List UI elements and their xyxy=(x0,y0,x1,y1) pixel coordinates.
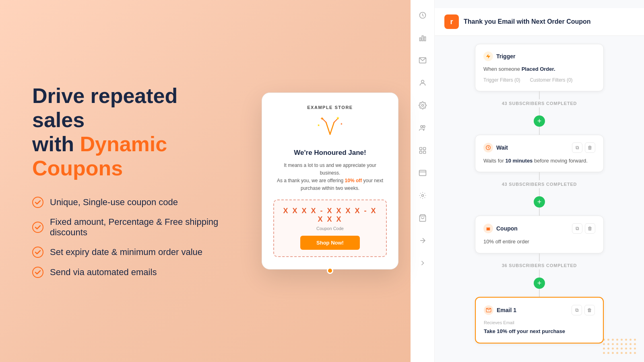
copy-email-button[interactable]: ⧉ xyxy=(572,305,582,315)
feature-text-2: Fixed amount, Percentage & Free shipping… xyxy=(50,217,225,238)
wait-node: Wait ⧉ 🗑 Waits for 10 minutes before mov… xyxy=(475,135,604,173)
delete-wait-button[interactable]: 🗑 xyxy=(585,142,595,153)
feature-item-4: Send via automated emails xyxy=(32,267,225,278)
email-node-body: Recieves Email Take 10% off your next pu… xyxy=(484,319,595,335)
workflow-content: Trigger When someone Placed Order. Trigg… xyxy=(435,36,644,352)
connector-dot xyxy=(327,267,333,274)
copy-wait-button[interactable]: ⧉ xyxy=(572,142,582,153)
svg-rect-15 xyxy=(424,37,425,41)
add-node-button-1[interactable]: + xyxy=(534,115,545,127)
add-node-button-3[interactable]: + xyxy=(534,278,545,289)
email-body: It means a lot to us and we appreciate y… xyxy=(273,162,387,193)
email-body-text-1: It means a lot to us and we appreciate y… xyxy=(284,162,376,176)
feature-item-3: Set expiry date & minimum order value xyxy=(32,247,225,258)
subscribers-badge-1: 43 SUBSCRIBERS COMPLETED xyxy=(502,99,577,107)
workflow-title: Thank you Email with Next Order Coupon xyxy=(464,18,591,25)
svg-text:★: ★ xyxy=(336,116,340,120)
add-node-button-2[interactable]: + xyxy=(534,196,545,208)
sidebar-icon-arrow[interactable] xyxy=(415,233,430,248)
sidebar-icon-gear[interactable] xyxy=(415,188,430,203)
sidebar-icon-apps[interactable] xyxy=(415,143,430,158)
svg-point-18 xyxy=(421,105,423,107)
trigger-filter-1[interactable]: Trigger Filters (0) xyxy=(483,76,520,84)
svg-line-5 xyxy=(330,122,334,134)
center-area: EXAMPLE STORE ✦ ★ ✦ ★ We're Honoured Jan… xyxy=(250,93,411,270)
sidebar-icon-bag[interactable] xyxy=(415,211,430,225)
sidebar-icon-chart[interactable] xyxy=(415,31,430,45)
connector-line-2a xyxy=(539,172,540,180)
wait-node-header: Wait ⧉ 🗑 xyxy=(483,142,595,153)
trigger-icon xyxy=(483,51,493,61)
trigger-node-header: Trigger xyxy=(483,51,595,61)
wait-node-title: Wait xyxy=(483,143,508,152)
coupon-node: Coupon ⧉ 🗑 10% off entire order xyxy=(475,216,604,253)
email-node-header: Email 1 ⧉ 🗑 xyxy=(484,305,595,315)
email-body-text-2: As a thank you, we are offering xyxy=(277,178,345,183)
connector-line-1a xyxy=(539,91,540,99)
coupon-icon xyxy=(483,224,493,233)
svg-rect-24 xyxy=(423,151,425,154)
sidebar-icon-chevron[interactable] xyxy=(415,256,430,270)
svg-line-4 xyxy=(326,122,330,134)
copy-coupon-button[interactable]: ⧉ xyxy=(572,223,582,234)
connector-2: 43 SUBSCRIBERS COMPLETED + xyxy=(502,172,577,216)
feature-text-1: Unique, Single-use coupon code xyxy=(50,197,178,208)
workflow-area: r Thank you Email with Next Order Coupon… xyxy=(435,0,644,362)
shop-now-button[interactable]: Shop Now! xyxy=(300,236,360,250)
coupon-node-title: Coupon xyxy=(483,224,518,233)
svg-rect-25 xyxy=(419,170,426,175)
svg-point-3 xyxy=(33,267,43,278)
svg-rect-22 xyxy=(423,148,425,150)
trigger-filters: Trigger Filters (0) Customer Filters (0) xyxy=(483,76,595,84)
feature-item-2: Fixed amount, Percentage & Free shipping… xyxy=(32,217,225,238)
connector-line-3b xyxy=(539,269,540,278)
sidebar-icon-user[interactable] xyxy=(415,76,430,90)
svg-point-1 xyxy=(33,222,43,232)
email-node-title: Email 1 xyxy=(484,305,516,315)
sidebar-icon-settings[interactable] xyxy=(415,98,430,113)
trigger-node-title: Trigger xyxy=(483,51,515,61)
headline-line2-normal: with xyxy=(32,132,80,156)
svg-point-20 xyxy=(423,125,425,128)
left-content: Drive repeated sales with Dynamic Coupon… xyxy=(0,60,250,302)
check-icon-1 xyxy=(32,197,43,208)
sidebar-icon-browser[interactable] xyxy=(415,166,430,180)
coupon-node-body: 10% off entire order xyxy=(483,238,595,246)
sidebar-icon-clock[interactable] xyxy=(415,8,430,23)
coupon-node-actions: ⧉ 🗑 xyxy=(572,223,595,234)
email-node: Email 1 ⧉ 🗑 Recieves Email Take 10% off … xyxy=(475,297,604,343)
wait-icon xyxy=(483,143,493,152)
feature-text-4: Send via automated emails xyxy=(50,267,157,278)
store-name: EXAMPLE STORE xyxy=(273,105,387,110)
coupon-code: X X X X - X X X X - X X X X xyxy=(281,207,380,224)
wait-node-body: Waits for 10 minutes before moving forwa… xyxy=(483,157,595,165)
sidebar xyxy=(411,0,435,362)
sidebar-icon-group[interactable] xyxy=(415,121,430,135)
svg-point-2 xyxy=(33,247,43,257)
email-description: Take 10% off your next purchase xyxy=(484,328,565,334)
delete-coupon-button[interactable]: 🗑 xyxy=(585,223,595,234)
feature-text-3: Set expiry date & minimum order value xyxy=(50,247,202,257)
connector-3: 36 SUBSCRIBERS COMPLETED + xyxy=(502,253,577,297)
delete-email-button[interactable]: 🗑 xyxy=(584,305,595,315)
svg-text:★: ★ xyxy=(317,123,320,127)
coupon-box: X X X X - X X X X - X X X X Coupon Code … xyxy=(273,200,387,257)
connector-1: 43 SUBSCRIBERS COMPLETED + xyxy=(502,91,577,135)
trigger-filter-2[interactable]: Customer Filters (0) xyxy=(530,76,573,84)
decorative-dots xyxy=(603,339,636,354)
sparkle-decoration: ✦ ★ ✦ ★ xyxy=(273,116,387,144)
subscribers-badge-2: 43 SUBSCRIBERS COMPLETED xyxy=(502,180,577,188)
check-icon-4 xyxy=(32,267,43,278)
workflow-header: r Thank you Email with Next Order Coupon xyxy=(435,8,644,36)
headline-line1: Drive repeated sales xyxy=(32,84,178,132)
feature-item-1: Unique, Single-use coupon code xyxy=(32,197,225,208)
connector-line-3c xyxy=(539,289,540,297)
feature-list: Unique, Single-use coupon code Fixed amo… xyxy=(32,197,225,278)
connector-line-2c xyxy=(539,208,540,216)
connector-line-1c xyxy=(539,127,540,135)
right-panel: r Thank you Email with Next Order Coupon… xyxy=(411,0,644,362)
connector-line-2b xyxy=(539,188,540,196)
svg-text:✦: ✦ xyxy=(320,116,324,121)
brand-icon: r xyxy=(444,14,459,29)
sidebar-icon-mail[interactable] xyxy=(415,53,430,68)
